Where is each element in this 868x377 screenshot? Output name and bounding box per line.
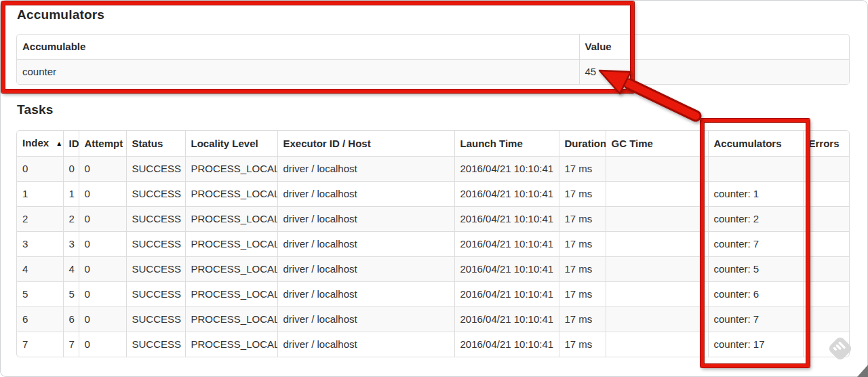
- accumulators-column-header-accumulable: Accumulable: [17, 35, 579, 60]
- corner-cut-mark: [857, 365, 868, 377]
- tasks-heading: Tasks: [17, 102, 53, 117]
- tasks-cell-accumulators: counter: 7: [708, 307, 803, 332]
- feedly-watermark-icon: [827, 335, 854, 362]
- tasks-column-header-attempt[interactable]: Attempt: [79, 131, 126, 157]
- tasks-cell-accumulators: counter: 1: [708, 182, 803, 207]
- tasks-cell-accumulators: [708, 157, 803, 182]
- tasks-cell-locality-level: PROCESS_LOCAL: [185, 282, 277, 307]
- tasks-cell-executor-id-host: driver / localhost: [277, 182, 454, 207]
- tasks-cell-status: SUCCESS: [126, 257, 185, 282]
- tasks-cell-accumulators: counter: 7: [708, 232, 803, 257]
- tasks-cell-gc-time: [606, 282, 708, 307]
- tasks-cell-locality-level: PROCESS_LOCAL: [185, 307, 277, 332]
- tasks-cell-index: 2: [17, 207, 63, 232]
- tasks-cell-index: 1: [17, 182, 63, 207]
- tasks-cell-accumulators: counter: 5: [708, 257, 803, 282]
- tasks-cell-status: SUCCESS: [126, 182, 185, 207]
- tasks-cell-launch-time: 2016/04/21 10:10:41: [454, 257, 559, 282]
- tasks-cell-status: SUCCESS: [126, 307, 185, 332]
- tasks-cell-launch-time: 2016/04/21 10:10:41: [454, 182, 559, 207]
- accumulators-table: AccumulableValuecounter45: [16, 34, 850, 85]
- tasks-cell-gc-time: [606, 157, 708, 182]
- tasks-cell-executor-id-host: driver / localhost: [277, 282, 454, 307]
- tasks-cell-status: SUCCESS: [126, 157, 185, 182]
- tasks-cell-duration: 17 ms: [559, 307, 606, 332]
- accumulators-cell-value: 45: [579, 60, 850, 85]
- tasks-cell-id: 7: [63, 332, 79, 357]
- tasks-cell-launch-time: 2016/04/21 10:10:41: [454, 307, 559, 332]
- tasks-cell-attempt: 0: [79, 232, 126, 257]
- sort-ascending-icon: ▲: [56, 140, 62, 147]
- tasks-cell-errors: [803, 282, 850, 307]
- accumulators-table-grid: AccumulableValuecounter45: [17, 35, 850, 84]
- tasks-cell-errors: [803, 232, 850, 257]
- tasks-row: 440SUCCESSPROCESS_LOCALdriver / localhos…: [17, 257, 850, 282]
- tasks-cell-attempt: 0: [79, 207, 126, 232]
- tasks-cell-locality-level: PROCESS_LOCAL: [185, 257, 277, 282]
- tasks-cell-executor-id-host: driver / localhost: [277, 232, 454, 257]
- tasks-column-header-index[interactable]: Index▲: [17, 131, 63, 157]
- tasks-cell-attempt: 0: [79, 157, 126, 182]
- tasks-cell-accumulators: counter: 17: [708, 332, 803, 357]
- tasks-cell-id: 2: [63, 207, 79, 232]
- tasks-cell-launch-time: 2016/04/21 10:10:41: [454, 157, 559, 182]
- tasks-cell-duration: 17 ms: [559, 282, 606, 307]
- accumulators-cell-accumulable: counter: [17, 60, 579, 85]
- tasks-cell-locality-level: PROCESS_LOCAL: [185, 332, 277, 357]
- tasks-header-row: Index▲IDAttemptStatusLocality LevelExecu…: [17, 131, 850, 157]
- tasks-table-grid: Index▲IDAttemptStatusLocality LevelExecu…: [17, 131, 850, 357]
- tasks-cell-index: 5: [17, 282, 63, 307]
- tasks-cell-duration: 17 ms: [559, 182, 606, 207]
- accumulators-row: counter45: [17, 60, 850, 85]
- tasks-column-header-accumulators[interactable]: Accumulators: [708, 131, 803, 157]
- tasks-cell-duration: 17 ms: [559, 257, 606, 282]
- tasks-cell-duration: 17 ms: [559, 207, 606, 232]
- tasks-cell-accumulators: counter: 2: [708, 207, 803, 232]
- tasks-cell-locality-level: PROCESS_LOCAL: [185, 207, 277, 232]
- tasks-cell-attempt: 0: [79, 307, 126, 332]
- tasks-cell-launch-time: 2016/04/21 10:10:41: [454, 332, 559, 357]
- tasks-cell-errors: [803, 182, 850, 207]
- tasks-cell-launch-time: 2016/04/21 10:10:41: [454, 232, 559, 257]
- tasks-cell-index: 0: [17, 157, 63, 182]
- tasks-column-header-launch-time[interactable]: Launch Time: [454, 131, 559, 157]
- tasks-column-header-duration[interactable]: Duration: [559, 131, 606, 157]
- tasks-row: 330SUCCESSPROCESS_LOCALdriver / localhos…: [17, 232, 850, 257]
- tasks-cell-index: 4: [17, 257, 63, 282]
- tasks-cell-status: SUCCESS: [126, 232, 185, 257]
- tasks-cell-launch-time: 2016/04/21 10:10:41: [454, 282, 559, 307]
- tasks-row: 110SUCCESSPROCESS_LOCALdriver / localhos…: [17, 182, 850, 207]
- tasks-row: 660SUCCESSPROCESS_LOCALdriver / localhos…: [17, 307, 850, 332]
- accumulators-header-row: AccumulableValue: [17, 35, 850, 60]
- tasks-row: 220SUCCESSPROCESS_LOCALdriver / localhos…: [17, 207, 850, 232]
- tasks-cell-errors: [803, 307, 850, 332]
- tasks-column-header-executor-id-host[interactable]: Executor ID / Host: [277, 131, 454, 157]
- tasks-cell-index: 7: [17, 332, 63, 357]
- tasks-cell-duration: 17 ms: [559, 232, 606, 257]
- tasks-cell-errors: [803, 157, 850, 182]
- accumulators-column-header-value: Value: [579, 35, 850, 60]
- tasks-cell-errors: [803, 257, 850, 282]
- tasks-cell-id: 1: [63, 182, 79, 207]
- tasks-row: 770SUCCESSPROCESS_LOCALdriver / localhos…: [17, 332, 850, 357]
- tasks-column-header-errors[interactable]: Errors: [803, 131, 850, 157]
- tasks-cell-gc-time: [606, 257, 708, 282]
- tasks-cell-duration: 17 ms: [559, 332, 606, 357]
- tasks-column-header-locality-level[interactable]: Locality Level: [185, 131, 277, 157]
- tasks-cell-gc-time: [606, 307, 708, 332]
- tasks-cell-executor-id-host: driver / localhost: [277, 257, 454, 282]
- tasks-cell-executor-id-host: driver / localhost: [277, 157, 454, 182]
- tasks-cell-locality-level: PROCESS_LOCAL: [185, 182, 277, 207]
- tasks-cell-status: SUCCESS: [126, 207, 185, 232]
- tasks-column-header-gc-time[interactable]: GC Time: [606, 131, 708, 157]
- tasks-cell-attempt: 0: [79, 182, 126, 207]
- tasks-column-header-id[interactable]: ID: [63, 131, 79, 157]
- tasks-cell-gc-time: [606, 332, 708, 357]
- tasks-cell-executor-id-host: driver / localhost: [277, 332, 454, 357]
- tasks-column-header-status[interactable]: Status: [126, 131, 185, 157]
- tasks-cell-gc-time: [606, 207, 708, 232]
- accumulators-heading: Accumulators: [17, 7, 104, 22]
- tasks-cell-status: SUCCESS: [126, 332, 185, 357]
- tasks-cell-index: 3: [17, 232, 63, 257]
- tasks-cell-id: 6: [63, 307, 79, 332]
